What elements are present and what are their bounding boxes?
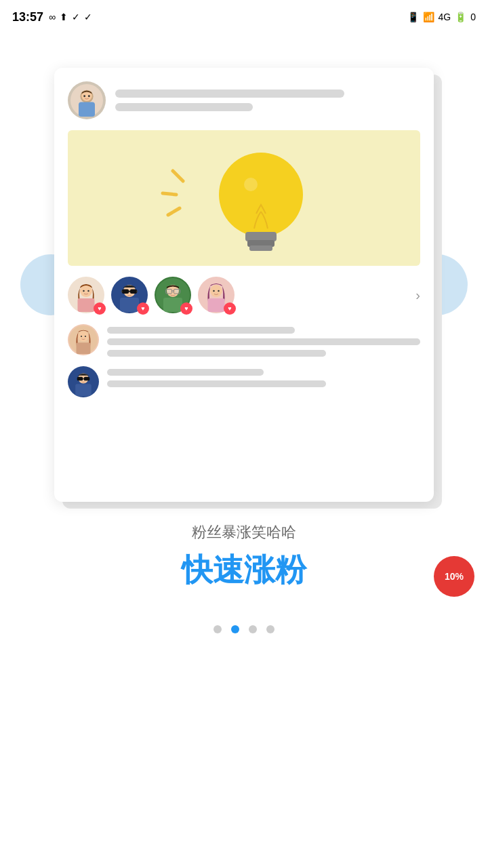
- upload-icon: ⬆: [60, 12, 68, 22]
- svg-rect-23: [129, 291, 130, 293]
- title-text: 快速涨粉: [182, 549, 306, 591]
- page-dot-2[interactable]: [249, 625, 257, 633]
- signal-4g-icon: 4G: [439, 12, 451, 22]
- svg-rect-26: [120, 298, 139, 312]
- card-wrapper: ›: [54, 68, 434, 502]
- percent-badge[interactable]: 10%: [434, 556, 474, 597]
- comment-avatar-2: [68, 366, 99, 397]
- main-card: ›: [54, 68, 434, 502]
- svg-line-6: [173, 171, 183, 181]
- comment-line: [107, 338, 420, 345]
- page-dot-3[interactable]: [266, 625, 274, 633]
- svg-rect-18: [78, 298, 95, 312]
- svg-point-36: [210, 285, 222, 297]
- svg-point-5: [88, 95, 90, 97]
- comment-line: [107, 350, 326, 357]
- svg-rect-25: [137, 291, 138, 293]
- svg-point-17: [87, 290, 89, 292]
- heart-badge-4: [224, 302, 236, 315]
- status-right: 📱 📶 4G 🔋 0: [407, 12, 476, 22]
- status-left: 13:57 ∞ ⬆ ✓ ✓: [12, 10, 92, 24]
- svg-rect-47: [77, 377, 83, 380]
- avatar-item-3: [155, 277, 191, 313]
- svg-point-41: [78, 331, 88, 341]
- status-icons: ∞ ⬆ ✓ ✓: [49, 12, 92, 22]
- wifi-icon: 📶: [423, 12, 434, 22]
- main-content: ›: [0, 34, 488, 633]
- post-image: [68, 130, 420, 266]
- comment-row-1: [68, 324, 420, 357]
- comment-row-2: [68, 366, 420, 397]
- svg-point-4: [83, 95, 85, 97]
- svg-rect-44: [77, 342, 91, 354]
- comment-avatar-1: [68, 324, 99, 355]
- post-avatar: [68, 81, 106, 119]
- svg-point-16: [83, 290, 85, 292]
- svg-point-42: [81, 336, 82, 337]
- svg-rect-21: [122, 290, 129, 294]
- avatar-item-1: [68, 277, 104, 313]
- page-dot-0[interactable]: [214, 625, 222, 633]
- svg-rect-22: [130, 290, 137, 294]
- comment-lines-1: [107, 324, 420, 357]
- page-dots: [214, 625, 274, 633]
- status-time: 13:57: [12, 10, 43, 24]
- heart-badge-3: [180, 302, 192, 315]
- phone-icon: 📱: [407, 12, 419, 22]
- text-section: 粉丝暴涨笑哈哈 快速涨粉: [182, 522, 306, 591]
- svg-rect-34: [163, 298, 182, 312]
- svg-rect-50: [75, 384, 92, 396]
- svg-point-9: [219, 153, 303, 237]
- svg-point-33: [176, 290, 179, 293]
- heart-badge-1: [94, 302, 106, 315]
- post-line-short: [115, 103, 253, 111]
- check2-icon: ✓: [84, 12, 92, 22]
- svg-rect-12: [249, 245, 272, 251]
- chevron-right-icon[interactable]: ›: [415, 288, 420, 303]
- subtitle-text: 粉丝暴涨笑哈哈: [182, 522, 306, 542]
- svg-rect-39: [208, 298, 225, 312]
- comment-lines-2: [107, 366, 420, 387]
- svg-point-13: [244, 178, 258, 191]
- heart-badge-2: [137, 302, 149, 315]
- svg-rect-49: [83, 378, 84, 380]
- avatar-item-4: [198, 277, 235, 313]
- svg-rect-24: [121, 291, 123, 293]
- battery-level: 0: [470, 12, 476, 22]
- battery-icon: 🔋: [455, 12, 466, 22]
- svg-point-38: [218, 290, 220, 292]
- post-line-long: [115, 90, 344, 98]
- page-dot-1[interactable]: [231, 625, 239, 633]
- check-icon: ✓: [72, 12, 80, 22]
- svg-rect-10: [245, 232, 277, 241]
- comment-line: [107, 369, 264, 376]
- percent-badge-label: 10%: [445, 571, 464, 582]
- status-bar: 13:57 ∞ ⬆ ✓ ✓ 📱 📶 4G 🔋 0: [0, 0, 488, 34]
- svg-rect-2: [79, 102, 95, 117]
- post-header: [68, 81, 420, 119]
- comment-line: [107, 327, 295, 334]
- avatars-row: ›: [68, 277, 420, 313]
- svg-point-32: [167, 290, 171, 293]
- comment-line: [107, 380, 326, 387]
- svg-point-37: [213, 290, 215, 292]
- svg-line-7: [163, 193, 176, 195]
- svg-rect-48: [84, 377, 89, 380]
- svg-point-43: [85, 336, 86, 337]
- infinity-icon: ∞: [49, 12, 56, 22]
- post-lines: [115, 90, 420, 111]
- avatar-item-2: [111, 277, 148, 313]
- svg-line-8: [168, 208, 180, 215]
